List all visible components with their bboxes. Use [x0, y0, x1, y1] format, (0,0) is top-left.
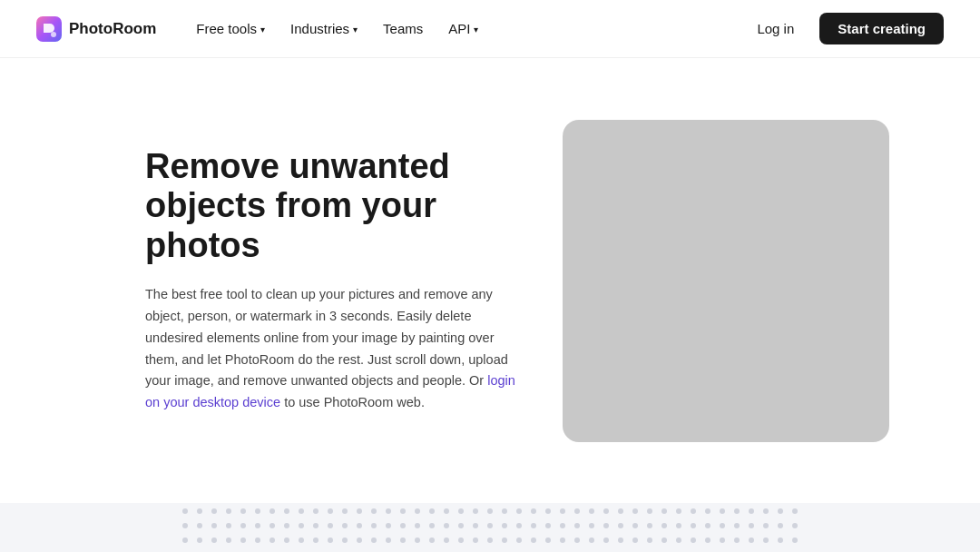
decorative-dot — [328, 537, 333, 543]
decorative-dot — [560, 523, 565, 528]
decorative-dot — [473, 537, 478, 543]
decorative-dot — [197, 508, 202, 514]
logo-icon — [36, 16, 62, 42]
decorative-dot — [647, 508, 652, 514]
decorative-dot — [444, 508, 449, 514]
logo-text: PhotoRoom — [69, 20, 156, 38]
decorative-dot — [763, 508, 769, 514]
decorative-dot — [255, 537, 260, 543]
decorative-dot — [182, 523, 188, 528]
decorative-dot — [705, 508, 710, 514]
chevron-down-icon: ▾ — [353, 25, 358, 34]
decorative-dot — [647, 537, 652, 543]
hero-description: The best free tool to clean up your pict… — [145, 284, 526, 415]
decorative-dot — [487, 523, 493, 528]
start-creating-button[interactable]: Start creating — [819, 13, 944, 44]
decorative-dot — [676, 523, 681, 528]
decorative-dot — [516, 537, 522, 543]
decorative-dot — [618, 523, 623, 528]
decorative-dot — [603, 537, 609, 543]
decorative-dot — [574, 523, 580, 528]
nav-link-industries[interactable]: Industries ▾ — [279, 15, 368, 42]
decorative-dot — [400, 537, 406, 543]
decorative-dot — [734, 508, 740, 514]
decorative-dot — [270, 508, 275, 514]
decorative-dot — [691, 508, 696, 514]
decorative-dot — [662, 508, 667, 514]
decorative-dot — [531, 508, 536, 514]
decorative-dot — [691, 537, 696, 543]
decorative-dot — [313, 537, 318, 543]
decorative-dot — [386, 508, 391, 514]
decorative-dot — [632, 508, 638, 514]
decorative-dot — [182, 537, 188, 543]
login-button[interactable]: Log in — [742, 15, 808, 43]
decorative-dot — [386, 523, 391, 528]
nav-link-free-tools-label: Free tools — [196, 21, 257, 36]
decorative-dot — [458, 537, 464, 543]
decorative-dot — [516, 508, 522, 514]
decorative-dot — [328, 523, 333, 528]
decorative-dot — [211, 537, 217, 543]
decorative-dot — [458, 523, 464, 528]
hero-text-block: Remove unwanted objects from your photos… — [145, 147, 526, 415]
decorative-dot — [400, 523, 406, 528]
decorative-dot — [429, 537, 435, 543]
footer-band — [0, 503, 980, 552]
decorative-dot — [357, 537, 362, 543]
dots-pattern — [0, 503, 980, 552]
decorative-dot — [778, 508, 783, 514]
nav-link-teams[interactable]: Teams — [372, 15, 434, 42]
decorative-dot — [778, 537, 783, 543]
nav-links: Free tools ▾ Industries ▾ Teams API ▾ — [185, 15, 489, 42]
decorative-dot — [734, 537, 740, 543]
nav-link-api[interactable]: API ▾ — [437, 15, 489, 42]
chevron-down-icon: ▾ — [260, 25, 265, 34]
decorative-dot — [313, 508, 318, 514]
decorative-dot — [531, 537, 536, 543]
decorative-dot — [589, 537, 594, 543]
decorative-dot — [299, 523, 304, 528]
logo-link[interactable]: PhotoRoom — [36, 16, 156, 42]
decorative-dot — [560, 537, 565, 543]
decorative-dot — [560, 508, 565, 514]
decorative-dot — [705, 523, 710, 528]
nav-right: Log in Start creating — [742, 13, 944, 44]
decorative-dot — [429, 508, 435, 514]
decorative-dot — [749, 537, 754, 543]
decorative-dot — [444, 537, 449, 543]
decorative-dot — [415, 508, 420, 514]
decorative-dot — [255, 523, 260, 528]
decorative-dot — [502, 523, 507, 528]
decorative-dot — [226, 508, 231, 514]
decorative-dot — [516, 523, 522, 528]
decorative-dot — [226, 537, 231, 543]
decorative-dot — [211, 508, 217, 514]
decorative-dot — [574, 508, 580, 514]
decorative-dot — [240, 508, 246, 514]
decorative-dot — [720, 508, 725, 514]
decorative-dot — [589, 508, 594, 514]
decorative-dot — [444, 523, 449, 528]
decorative-dot — [632, 537, 638, 543]
decorative-dot — [371, 537, 377, 543]
decorative-dot — [270, 537, 275, 543]
nav-link-industries-label: Industries — [290, 21, 349, 36]
decorative-dot — [240, 523, 246, 528]
decorative-dot — [342, 537, 348, 543]
decorative-dot — [284, 523, 289, 528]
decorative-dot — [487, 508, 493, 514]
decorative-dot — [270, 523, 275, 528]
decorative-dot — [502, 508, 507, 514]
decorative-dot — [545, 537, 551, 543]
nav-link-free-tools[interactable]: Free tools ▾ — [185, 15, 276, 42]
decorative-dot — [662, 537, 667, 543]
decorative-dot — [589, 523, 594, 528]
decorative-dot — [705, 537, 710, 543]
decorative-dot — [342, 508, 348, 514]
decorative-dot — [720, 537, 725, 543]
decorative-dot — [545, 508, 551, 514]
decorative-dot — [502, 537, 507, 543]
decorative-dot — [792, 523, 798, 528]
hero-section: Remove unwanted objects from your photos… — [0, 58, 980, 503]
